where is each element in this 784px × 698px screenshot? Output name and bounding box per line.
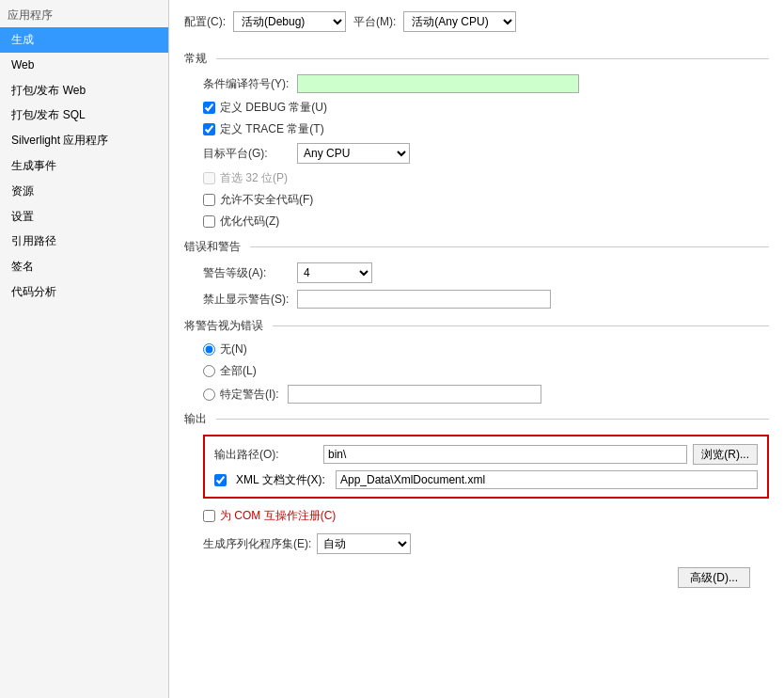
content-panel: 配置(C): 活动(Debug) 平台(M): 活动(Any CPU) 常规 条… — [169, 0, 784, 698]
sidebar: 应用程序 生成 Web 打包/发布 Web 打包/发布 SQL Silverli… — [0, 0, 169, 698]
sidebar-item-build[interactable]: 生成 — [0, 27, 168, 53]
warn-all-label: 全部(L) — [220, 363, 257, 379]
prefer32-label: 首选 32 位(P) — [220, 170, 288, 186]
xml-doc-label: XML 文档文件(X): — [236, 472, 330, 488]
serialize-select[interactable]: 自动 打开 关闭 — [317, 533, 411, 554]
warn-specific-radio[interactable] — [203, 389, 215, 401]
errors-warnings-section-title: 错误和警告 — [184, 239, 769, 255]
xml-doc-input[interactable] — [336, 470, 758, 489]
conditional-symbols-input[interactable] — [297, 74, 579, 93]
output-path-label: 输出路径(O): — [214, 447, 318, 463]
prefer32-row: 首选 32 位(P) — [184, 170, 769, 186]
treat-warnings-section-title: 将警告视为错误 — [184, 318, 769, 334]
conditional-symbols-label: 条件编译符号(Y): — [203, 76, 297, 92]
target-platform-select[interactable]: Any CPU x86 x64 Itanium — [297, 143, 410, 164]
optimize-row: 优化代码(Z) — [184, 214, 769, 230]
bottom-bar: 高级(D)... — [184, 562, 769, 597]
warn-none-radio[interactable] — [203, 343, 215, 356]
suppress-warnings-label: 禁止显示警告(S): — [203, 292, 297, 308]
config-label: 配置(C): — [184, 14, 226, 30]
sidebar-item-publish-web[interactable]: 打包/发布 Web — [0, 78, 168, 103]
suppress-warnings-input[interactable] — [297, 290, 551, 309]
com-register-checkbox[interactable] — [203, 510, 215, 522]
warn-none-label: 无(N) — [220, 341, 247, 357]
output-section-title: 输出 — [184, 411, 769, 427]
radio-all-row: 全部(L) — [203, 363, 769, 379]
sidebar-item-sign[interactable]: 签名 — [0, 254, 168, 279]
com-register-label: 为 COM 互操作注册(C) — [220, 508, 336, 524]
warning-level-select[interactable]: 4 0 1 2 3 — [297, 262, 372, 283]
sidebar-header: 应用程序 — [0, 4, 168, 27]
config-dropdown[interactable]: 活动(Debug) — [233, 11, 346, 32]
advanced-button[interactable]: 高级(D)... — [678, 567, 750, 588]
sidebar-item-web[interactable]: Web — [0, 53, 168, 78]
define-trace-row: 定义 TRACE 常量(T) — [184, 121, 769, 137]
warn-specific-label: 特定警告(I): — [220, 387, 279, 403]
browse-button[interactable]: 浏览(R)... — [693, 444, 758, 465]
platform-label: 平台(M): — [353, 14, 396, 30]
conditional-symbols-row: 条件编译符号(Y): — [184, 74, 769, 93]
sidebar-item-resources[interactable]: 资源 — [0, 179, 168, 204]
treat-warnings-radio-group: 无(N) 全部(L) 特定警告(I): — [184, 341, 769, 404]
allow-unsafe-checkbox[interactable] — [203, 194, 215, 206]
output-path-row: 输出路径(O): 浏览(R)... — [214, 444, 758, 465]
xml-doc-checkbox[interactable] — [214, 474, 227, 486]
warn-all-radio[interactable] — [203, 365, 215, 377]
suppress-warnings-row: 禁止显示警告(S): — [184, 290, 769, 309]
com-row: 为 COM 互操作注册(C) — [184, 508, 769, 524]
prefer32-checkbox[interactable] — [203, 172, 215, 184]
serialize-row: 生成序列化程序集(E): 自动 打开 关闭 — [184, 533, 769, 554]
general-section-title: 常规 — [184, 51, 769, 67]
platform-dropdown[interactable]: 活动(Any CPU) — [403, 11, 516, 32]
define-debug-checkbox[interactable] — [203, 102, 215, 114]
allow-unsafe-label: 允许不安全代码(F) — [220, 192, 313, 208]
output-section-box: 输出路径(O): 浏览(R)... XML 文档文件(X): — [203, 435, 769, 499]
sidebar-item-build-events[interactable]: 生成事件 — [0, 153, 168, 179]
optimize-label: 优化代码(Z) — [220, 214, 279, 230]
config-bar: 配置(C): 活动(Debug) 平台(M): 活动(Any CPU) — [184, 11, 769, 40]
warning-level-label: 警告等级(A): — [203, 265, 297, 281]
optimize-checkbox[interactable] — [203, 215, 215, 228]
sidebar-item-code-analysis[interactable]: 代码分析 — [0, 279, 168, 305]
define-trace-checkbox[interactable] — [203, 123, 215, 135]
define-debug-row: 定义 DEBUG 常量(U) — [184, 100, 769, 116]
allow-unsafe-row: 允许不安全代码(F) — [184, 192, 769, 208]
sidebar-item-silverlight[interactable]: Silverlight 应用程序 — [0, 128, 168, 153]
sidebar-item-ref-paths[interactable]: 引用路径 — [0, 229, 168, 254]
xml-doc-row: XML 文档文件(X): — [214, 470, 758, 489]
radio-none-row: 无(N) — [203, 341, 769, 357]
target-platform-row: 目标平台(G): Any CPU x86 x64 Itanium — [184, 143, 769, 164]
warning-level-row: 警告等级(A): 4 0 1 2 3 — [184, 262, 769, 283]
serialize-label: 生成序列化程序集(E): — [203, 536, 311, 552]
define-trace-label: 定义 TRACE 常量(T) — [220, 121, 324, 137]
specific-warnings-input[interactable] — [288, 385, 541, 404]
sidebar-item-settings[interactable]: 设置 — [0, 204, 168, 230]
output-path-input[interactable] — [323, 445, 687, 464]
radio-specific-row: 特定警告(I): — [203, 385, 769, 404]
sidebar-item-publish-sql[interactable]: 打包/发布 SQL — [0, 103, 168, 128]
define-debug-label: 定义 DEBUG 常量(U) — [220, 100, 327, 116]
target-platform-label: 目标平台(G): — [203, 146, 297, 162]
